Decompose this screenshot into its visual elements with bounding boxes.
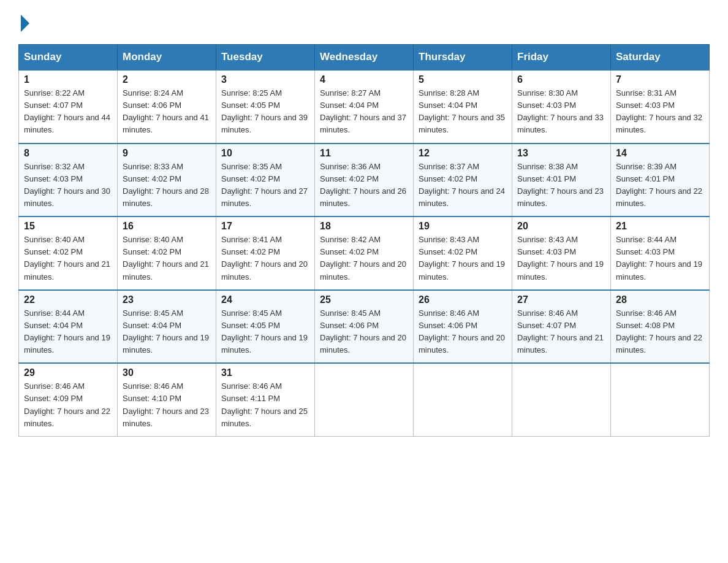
day-info: Sunrise: 8:32 AMSunset: 4:03 PMDaylight:… (24, 161, 112, 210)
day-number: 18 (320, 221, 408, 232)
page-header (18, 12, 710, 32)
day-number: 16 (123, 221, 211, 232)
calendar-cell: 19Sunrise: 8:43 AMSunset: 4:02 PMDayligh… (414, 216, 512, 290)
day-number: 11 (320, 148, 408, 159)
day-number: 20 (517, 221, 605, 232)
calendar-cell: 7Sunrise: 8:31 AMSunset: 4:03 PMDaylight… (611, 70, 710, 144)
calendar-cell: 2Sunrise: 8:24 AMSunset: 4:06 PMDaylight… (118, 70, 216, 144)
calendar-cell: 5Sunrise: 8:28 AMSunset: 4:04 PMDaylight… (414, 70, 512, 144)
day-info: Sunrise: 8:45 AMSunset: 4:05 PMDaylight:… (221, 307, 309, 357)
day-number: 31 (221, 367, 309, 378)
day-info: Sunrise: 8:25 AMSunset: 4:05 PMDaylight:… (221, 87, 309, 137)
day-info: Sunrise: 8:36 AMSunset: 4:02 PMDaylight:… (320, 161, 408, 210)
day-number: 12 (419, 148, 507, 159)
day-info: Sunrise: 8:45 AMSunset: 4:06 PMDaylight:… (320, 307, 408, 357)
day-info: Sunrise: 8:24 AMSunset: 4:06 PMDaylight:… (123, 87, 211, 137)
calendar-cell (611, 363, 710, 436)
day-number: 23 (123, 294, 211, 305)
day-info: Sunrise: 8:30 AMSunset: 4:03 PMDaylight:… (517, 87, 605, 137)
calendar-cell: 20Sunrise: 8:43 AMSunset: 4:03 PMDayligh… (512, 216, 611, 290)
day-number: 2 (123, 74, 211, 85)
calendar-cell: 31Sunrise: 8:46 AMSunset: 4:11 PMDayligh… (216, 363, 315, 436)
weekday-header-thursday: Thursday (414, 45, 512, 71)
day-number: 1 (24, 74, 112, 85)
day-number: 22 (24, 294, 112, 305)
day-info: Sunrise: 8:46 AMSunset: 4:11 PMDaylight:… (221, 380, 309, 430)
day-info: Sunrise: 8:38 AMSunset: 4:01 PMDaylight:… (517, 161, 605, 210)
calendar-cell: 1Sunrise: 8:22 AMSunset: 4:07 PMDaylight… (19, 70, 118, 144)
day-number: 9 (123, 148, 211, 159)
calendar-table: SundayMondayTuesdayWednesdayThursdayFrid… (18, 44, 710, 437)
calendar-cell: 8Sunrise: 8:32 AMSunset: 4:03 PMDaylight… (19, 144, 118, 217)
calendar-cell: 28Sunrise: 8:46 AMSunset: 4:08 PMDayligh… (611, 290, 710, 364)
weekday-header-sunday: Sunday (19, 45, 118, 71)
calendar-cell: 27Sunrise: 8:46 AMSunset: 4:07 PMDayligh… (512, 290, 611, 364)
weekday-header-row: SundayMondayTuesdayWednesdayThursdayFrid… (19, 45, 710, 71)
calendar-cell: 24Sunrise: 8:45 AMSunset: 4:05 PMDayligh… (216, 290, 315, 364)
week-row-2: 8Sunrise: 8:32 AMSunset: 4:03 PMDaylight… (19, 144, 710, 217)
calendar-cell: 10Sunrise: 8:35 AMSunset: 4:02 PMDayligh… (216, 144, 315, 217)
calendar-cell: 22Sunrise: 8:44 AMSunset: 4:04 PMDayligh… (19, 290, 118, 364)
calendar-cell: 25Sunrise: 8:45 AMSunset: 4:06 PMDayligh… (315, 290, 414, 364)
day-number: 10 (221, 148, 309, 159)
weekday-header-monday: Monday (118, 45, 216, 71)
day-info: Sunrise: 8:46 AMSunset: 4:09 PMDaylight:… (24, 380, 112, 430)
calendar-cell: 4Sunrise: 8:27 AMSunset: 4:04 PMDaylight… (315, 70, 414, 144)
day-info: Sunrise: 8:46 AMSunset: 4:06 PMDaylight:… (419, 307, 507, 357)
day-number: 7 (616, 74, 704, 85)
day-number: 29 (24, 367, 112, 378)
calendar-cell: 17Sunrise: 8:41 AMSunset: 4:02 PMDayligh… (216, 216, 315, 290)
day-info: Sunrise: 8:39 AMSunset: 4:01 PMDaylight:… (616, 161, 704, 210)
day-number: 24 (221, 294, 309, 305)
weekday-header-wednesday: Wednesday (315, 45, 414, 71)
calendar-cell: 12Sunrise: 8:37 AMSunset: 4:02 PMDayligh… (414, 144, 512, 217)
calendar-cell: 13Sunrise: 8:38 AMSunset: 4:01 PMDayligh… (512, 144, 611, 217)
week-row-4: 22Sunrise: 8:44 AMSunset: 4:04 PMDayligh… (19, 290, 710, 364)
day-number: 3 (221, 74, 309, 85)
weekday-header-tuesday: Tuesday (216, 45, 315, 71)
day-number: 21 (616, 221, 704, 232)
calendar-cell: 26Sunrise: 8:46 AMSunset: 4:06 PMDayligh… (414, 290, 512, 364)
calendar-cell: 3Sunrise: 8:25 AMSunset: 4:05 PMDaylight… (216, 70, 315, 144)
calendar-cell: 15Sunrise: 8:40 AMSunset: 4:02 PMDayligh… (19, 216, 118, 290)
day-number: 5 (419, 74, 507, 85)
weekday-header-friday: Friday (512, 45, 611, 71)
day-number: 6 (517, 74, 605, 85)
day-number: 30 (123, 367, 211, 378)
day-number: 15 (24, 221, 112, 232)
weekday-header-saturday: Saturday (611, 45, 710, 71)
day-number: 17 (221, 221, 309, 232)
calendar-cell: 29Sunrise: 8:46 AMSunset: 4:09 PMDayligh… (19, 363, 118, 436)
calendar-cell (512, 363, 611, 436)
day-info: Sunrise: 8:46 AMSunset: 4:07 PMDaylight:… (517, 307, 605, 357)
day-number: 27 (517, 294, 605, 305)
calendar-cell: 6Sunrise: 8:30 AMSunset: 4:03 PMDaylight… (512, 70, 611, 144)
day-info: Sunrise: 8:27 AMSunset: 4:04 PMDaylight:… (320, 87, 408, 137)
day-info: Sunrise: 8:35 AMSunset: 4:02 PMDaylight:… (221, 161, 309, 210)
day-info: Sunrise: 8:37 AMSunset: 4:02 PMDaylight:… (419, 161, 507, 210)
day-info: Sunrise: 8:44 AMSunset: 4:04 PMDaylight:… (24, 307, 112, 357)
calendar-cell (414, 363, 512, 436)
calendar-cell: 21Sunrise: 8:44 AMSunset: 4:03 PMDayligh… (611, 216, 710, 290)
logo-arrow-icon (21, 15, 29, 32)
day-info: Sunrise: 8:28 AMSunset: 4:04 PMDaylight:… (419, 87, 507, 137)
calendar-cell: 9Sunrise: 8:33 AMSunset: 4:02 PMDaylight… (118, 144, 216, 217)
day-info: Sunrise: 8:33 AMSunset: 4:02 PMDaylight:… (123, 161, 211, 210)
day-info: Sunrise: 8:41 AMSunset: 4:02 PMDaylight:… (221, 234, 309, 283)
calendar-cell (315, 363, 414, 436)
day-number: 19 (419, 221, 507, 232)
day-info: Sunrise: 8:22 AMSunset: 4:07 PMDaylight:… (24, 87, 112, 137)
day-info: Sunrise: 8:43 AMSunset: 4:02 PMDaylight:… (419, 234, 507, 283)
day-info: Sunrise: 8:40 AMSunset: 4:02 PMDaylight:… (24, 234, 112, 283)
day-info: Sunrise: 8:46 AMSunset: 4:10 PMDaylight:… (123, 380, 211, 430)
calendar-cell: 23Sunrise: 8:45 AMSunset: 4:04 PMDayligh… (118, 290, 216, 364)
day-info: Sunrise: 8:46 AMSunset: 4:08 PMDaylight:… (616, 307, 704, 357)
day-number: 28 (616, 294, 704, 305)
day-info: Sunrise: 8:43 AMSunset: 4:03 PMDaylight:… (517, 234, 605, 283)
day-number: 8 (24, 148, 112, 159)
day-info: Sunrise: 8:31 AMSunset: 4:03 PMDaylight:… (616, 87, 704, 137)
day-number: 13 (517, 148, 605, 159)
day-number: 25 (320, 294, 408, 305)
calendar-cell: 14Sunrise: 8:39 AMSunset: 4:01 PMDayligh… (611, 144, 710, 217)
calendar-cell: 30Sunrise: 8:46 AMSunset: 4:10 PMDayligh… (118, 363, 216, 436)
